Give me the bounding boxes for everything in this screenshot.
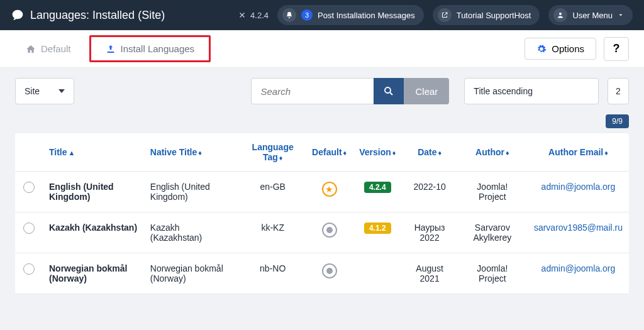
usermenu-label: User Menu xyxy=(572,11,613,20)
table-row: English (United Kingdom)English (United … xyxy=(15,172,629,212)
comment-icon xyxy=(11,9,24,21)
options-button[interactable]: Options xyxy=(525,38,596,60)
search-button[interactable] xyxy=(374,78,404,104)
install-highlight: Install Languages xyxy=(89,35,211,62)
col-version[interactable]: Version♦ xyxy=(353,133,402,172)
col-email[interactable]: Author Email♦ xyxy=(528,133,629,172)
col-author-label: Author xyxy=(475,147,504,157)
sort-icon: ♦ xyxy=(279,154,283,162)
upload-icon xyxy=(106,44,116,54)
table-header-row: Title▲ Native Title♦ Language Tag♦ Defau… xyxy=(15,133,629,172)
sort-icon: ♦ xyxy=(506,149,509,157)
client-select-value: Site xyxy=(25,86,40,96)
install-languages-button[interactable]: Install Languages xyxy=(95,38,206,59)
cell-title: Norwegian bokmål (Norway) xyxy=(43,253,144,294)
cell-date: August 2021 xyxy=(402,253,457,294)
bell-icon xyxy=(282,8,296,22)
client-select[interactable]: Site xyxy=(15,78,74,104)
col-author[interactable]: Author♦ xyxy=(457,133,528,172)
tutorial-button[interactable]: Tutorial SupportHost xyxy=(433,5,540,25)
user-menu-button[interactable]: User Menu xyxy=(548,5,633,25)
col-default-label: Default xyxy=(312,147,341,157)
col-native[interactable]: Native Title♦ xyxy=(144,133,240,172)
svg-point-1 xyxy=(385,87,391,93)
cell-date: 2022-10 xyxy=(402,172,457,212)
notif-badge: 3 xyxy=(301,9,313,21)
cell-version xyxy=(353,253,402,294)
home-icon xyxy=(26,44,36,54)
clear-button[interactable]: Clear xyxy=(404,78,449,104)
col-email-label: Author Email xyxy=(548,147,603,157)
cell-email[interactable]: admin@joomla.org xyxy=(528,172,629,212)
col-check xyxy=(15,133,43,172)
filter-bar: Site Clear Title ascending 2 xyxy=(0,68,644,114)
search-input[interactable] xyxy=(251,78,374,104)
col-default[interactable]: Default♦ xyxy=(306,133,353,172)
cell-email[interactable]: admin@joomla.org xyxy=(528,253,629,294)
row-checkbox[interactable] xyxy=(23,182,35,193)
star-on-icon: ★ xyxy=(322,182,337,197)
help-label: ? xyxy=(613,42,620,55)
count-row: 9/9 xyxy=(0,114,644,133)
cell-author: Joomla! Project xyxy=(457,253,528,294)
cell-tag: nb-NO xyxy=(240,253,306,294)
cell-date: Наурыз 2022 xyxy=(402,212,457,253)
limit-select-value: 2 xyxy=(616,86,621,96)
table-row: Norwegian bokmål (Norway)Norwegian bokmå… xyxy=(15,253,629,294)
col-tag-label: Language Tag xyxy=(252,142,294,162)
col-date[interactable]: Date♦ xyxy=(402,133,457,172)
sort-icon: ♦ xyxy=(438,149,441,157)
cell-native: English (United Kingdom) xyxy=(144,172,240,212)
cell-author: Sarvarov Akylkerey xyxy=(457,212,528,253)
sort-asc-icon: ▲ xyxy=(69,149,75,157)
col-native-label: Native Title xyxy=(150,147,197,157)
joomla-icon xyxy=(238,11,247,19)
toolbar: Default Install Languages Options ? xyxy=(0,30,644,68)
joomla-version: 4.2.4 xyxy=(238,11,269,20)
chevron-down-icon xyxy=(618,12,624,18)
col-title[interactable]: Title▲ xyxy=(43,133,144,172)
sort-icon: ♦ xyxy=(343,149,347,157)
col-title-label: Title xyxy=(49,147,67,157)
sort-icon: ♦ xyxy=(392,149,396,157)
cell-version: 4.2.4 xyxy=(353,172,402,212)
version-badge: 4.2.4 xyxy=(364,182,391,193)
table-row: Kazakh (Kazakhstan)Kazakh (Kazakhstan)kk… xyxy=(15,212,629,253)
col-date-label: Date xyxy=(418,147,436,157)
gear-icon xyxy=(536,44,547,54)
cell-author: Joomla! Project xyxy=(457,172,528,212)
cell-default[interactable]: ★ xyxy=(306,172,353,212)
version-badge: 4.1.2 xyxy=(364,223,391,234)
row-checkbox[interactable] xyxy=(23,263,35,275)
notif-label: Post Installation Messages xyxy=(318,11,415,20)
version-text: 4.2.4 xyxy=(250,11,269,20)
cell-default[interactable] xyxy=(306,212,353,253)
count-badge: 9/9 xyxy=(606,114,629,128)
cell-default[interactable] xyxy=(306,253,353,294)
search-icon xyxy=(383,85,394,97)
sort-icon: ♦ xyxy=(198,149,202,157)
cell-native: Kazakh (Kazakhstan) xyxy=(144,212,240,253)
default-button[interactable]: Default xyxy=(15,38,82,59)
col-tag[interactable]: Language Tag♦ xyxy=(240,133,306,172)
sort-select[interactable]: Title ascending xyxy=(464,78,599,104)
default-label: Default xyxy=(41,43,71,54)
col-version-label: Version xyxy=(359,147,391,157)
clear-label: Clear xyxy=(415,86,438,97)
chevron-down-icon xyxy=(58,89,65,93)
star-off-icon xyxy=(322,263,337,278)
search-group: Clear xyxy=(251,78,449,104)
languages-table: Title▲ Native Title♦ Language Tag♦ Defau… xyxy=(15,133,629,294)
help-button[interactable]: ? xyxy=(604,37,629,61)
cell-tag: kk-KZ xyxy=(240,212,306,253)
row-checkbox[interactable] xyxy=(23,223,35,234)
page-title: Languages: Installed (Site) xyxy=(30,9,165,22)
cell-version: 4.1.2 xyxy=(353,212,402,253)
sort-select-value: Title ascending xyxy=(474,86,533,96)
notifications-button[interactable]: 3 Post Installation Messages xyxy=(277,5,424,25)
tutorial-label: Tutorial SupportHost xyxy=(457,11,531,20)
cell-email[interactable]: sarvarov1985@mail.ru xyxy=(528,212,629,253)
page-title-wrap: Languages: Installed (Site) xyxy=(11,9,165,22)
user-icon xyxy=(553,8,567,22)
limit-select[interactable]: 2 xyxy=(608,78,629,104)
